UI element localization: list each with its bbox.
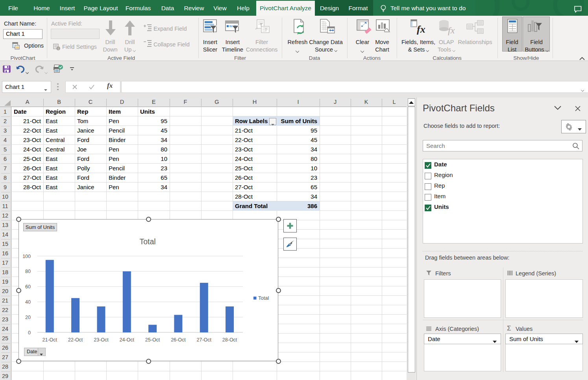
svg-text:Total: Total bbox=[258, 295, 269, 301]
svg-text:25-Oct: 25-Oct bbox=[145, 337, 160, 343]
svg-text:fx: fx bbox=[448, 25, 455, 35]
svg-text:fx: fx bbox=[417, 24, 425, 35]
svg-text:24-Oct: 24-Oct bbox=[120, 337, 135, 343]
svg-text:21-Oct: 21-Oct bbox=[43, 337, 57, 343]
svg-text:100: 100 bbox=[22, 254, 31, 259]
svg-text:20: 20 bbox=[25, 315, 31, 320]
svg-text:60: 60 bbox=[25, 284, 31, 290]
svg-text:40: 40 bbox=[25, 299, 31, 305]
svg-text:26-Oct: 26-Oct bbox=[171, 337, 186, 343]
svg-text:23-Oct: 23-Oct bbox=[94, 337, 109, 343]
svg-text:22-Oct: 22-Oct bbox=[68, 337, 83, 343]
svg-text:27-Oct: 27-Oct bbox=[197, 337, 212, 343]
svg-text:80: 80 bbox=[25, 269, 31, 274]
svg-text:28-Oct: 28-Oct bbox=[222, 337, 237, 343]
svg-text:0: 0 bbox=[28, 330, 31, 336]
